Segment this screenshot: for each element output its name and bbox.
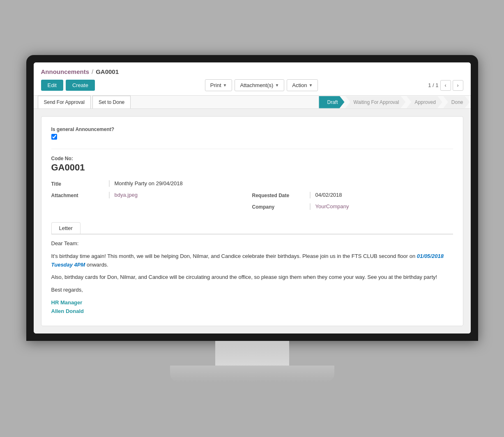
is-general-field: Is general Announcement?: [51, 126, 453, 141]
print-dropdown-button[interactable]: Print ▼: [205, 79, 232, 91]
letter-tab[interactable]: Letter: [51, 222, 81, 234]
status-stages: Draft Waiting For Approval Approved Done: [319, 96, 470, 108]
create-button[interactable]: Create: [66, 80, 95, 91]
title-field: Title Monthly Party on 29/04/2018: [51, 180, 453, 187]
letter-p1-plain2: onwards.: [85, 262, 108, 268]
prev-page-button[interactable]: ‹: [440, 80, 451, 91]
divider-1: [51, 149, 453, 149]
breadcrumb-parent-link[interactable]: Announcements: [41, 68, 90, 75]
stage-approved[interactable]: Approved: [406, 96, 442, 108]
requested-date-value: 04/02/2018: [310, 192, 453, 198]
letter-salutation: Dear Team:: [51, 239, 453, 248]
attachments-caret-icon: ▼: [275, 83, 279, 87]
set-to-done-button[interactable]: Set to Done: [92, 96, 131, 108]
stage-draft-label: Draft: [327, 99, 338, 105]
title-value: Monthly Party on 29/04/2018: [109, 180, 453, 187]
form-card: Is general Announcement? Code No: GA0001: [41, 116, 463, 326]
letter-paragraph2: Also, birthday cards for Don, Nilmar, an…: [51, 273, 453, 282]
monitor-stand-neck: [215, 341, 289, 366]
print-caret-icon: ▼: [223, 83, 227, 87]
code-no-field: Code No: GA0001: [51, 156, 453, 173]
breadcrumb-separator: /: [92, 68, 93, 75]
title-label: Title: [51, 180, 109, 187]
pagination-text: 1 / 1: [428, 82, 438, 88]
code-no-label: Code No:: [51, 156, 453, 161]
requested-date-label: Requested Date: [252, 192, 310, 198]
stage-done[interactable]: Done: [443, 96, 470, 108]
attachment-label: Attachment: [51, 192, 109, 198]
letter-p1-plain1: It's birthday time again! This month, we…: [51, 253, 417, 259]
letter-body: Dear Team: It's birthday time again! Thi…: [51, 239, 453, 316]
attachment-field: Attachment bdya.jpeg: [51, 192, 252, 198]
stage-waiting[interactable]: Waiting For Approval: [345, 96, 406, 108]
attachment-value[interactable]: bdya.jpeg: [109, 192, 252, 198]
action-caret-icon: ▼: [308, 83, 313, 87]
is-general-checkbox[interactable]: [51, 134, 57, 140]
signer-name: Allen Donald: [51, 307, 453, 316]
monitor-stand-base: [170, 366, 334, 382]
stage-approved-label: Approved: [414, 99, 435, 105]
action-dropdown-button[interactable]: Action ▼: [287, 79, 318, 91]
is-general-label: Is general Announcement?: [51, 126, 453, 132]
letter-closing: Best regards,: [51, 286, 453, 294]
letter-tab-bar: Letter: [51, 222, 453, 235]
attachments-dropdown-button[interactable]: Attachment(s) ▼: [235, 79, 284, 91]
edit-button[interactable]: Edit: [41, 80, 63, 91]
company-label: Company: [252, 203, 310, 210]
attachments-label: Attachment(s): [240, 82, 273, 88]
requested-date-field: Requested Date 04/02/2018: [252, 192, 453, 198]
company-value[interactable]: YourCompany: [310, 203, 453, 210]
stage-done-label: Done: [451, 99, 463, 105]
toolbar-center: Print ▼ Attachment(s) ▼ Action ▼: [205, 79, 318, 91]
letter-paragraph1: It's birthday time again! This month, we…: [51, 252, 453, 269]
print-label: Print: [210, 82, 221, 88]
stage-waiting-label: Waiting For Approval: [354, 99, 399, 105]
company-field: Company YourCompany: [252, 203, 453, 210]
status-bar: Send For Approval Set to Done Draft Wait…: [34, 96, 471, 109]
signer-title: HR Manager: [51, 299, 453, 307]
toolbar-right: 1 / 1 ‹ ›: [428, 80, 463, 91]
stage-draft[interactable]: Draft: [319, 96, 344, 108]
next-page-button[interactable]: ›: [453, 80, 463, 91]
is-general-checkbox-area: [51, 134, 453, 141]
code-no-value: GA0001: [51, 162, 453, 173]
action-label: Action: [292, 82, 307, 88]
breadcrumb-current: GA0001: [96, 68, 119, 75]
send-for-approval-button[interactable]: Send For Approval: [38, 96, 91, 108]
toolbar-left: Edit Create: [41, 80, 95, 91]
content-area: Is general Announcement? Code No: GA0001: [34, 109, 471, 334]
